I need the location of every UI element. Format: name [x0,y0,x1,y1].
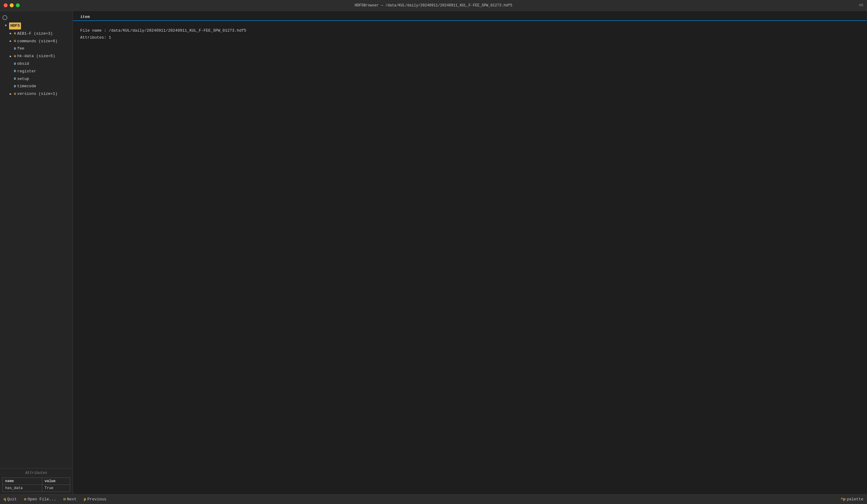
quit-key: q [4,497,6,502]
attr-row-has-data: has_data True [3,485,70,492]
commands-label: commands (size=6) [17,38,58,45]
quit-label: Quit [7,497,17,502]
attributes-table: name value has_data True [2,478,70,492]
status-quit[interactable]: q Quit [4,497,17,502]
window-title: HDF5Browser — /data/KUL/daily/20240911/2… [355,3,512,8]
attributes-panel: Attributes name value has_data True [0,468,73,494]
window-shortcut: ⌘6 [859,3,863,8]
versions-arrow: ▶ [10,92,14,97]
palette-shortcut: ^p [841,497,846,502]
content-tab-item[interactable]: item [78,13,92,21]
traffic-lights [4,3,20,7]
obsid-label: obsid [17,61,29,67]
open-key: o [24,497,26,502]
title-bar: HDF5Browser — /data/KUL/daily/20240911/2… [0,0,867,11]
root-arrow: ▼ [5,23,9,28]
palette-label: palette [847,497,863,502]
versions-label: versions (size=1) [17,91,58,97]
status-open[interactable]: o Open File... [24,497,56,502]
tree-item-fee[interactable]: ▶ D fee [0,45,73,53]
attr-col-value: value [42,478,70,485]
file-name-label: File name [80,28,101,33]
commands-type: G [14,39,16,44]
close-button[interactable] [4,3,8,7]
hk-data-arrow: ▶ [10,54,14,59]
attr-cell-name: has_data [3,485,42,492]
aeb1f-type: G [14,31,16,36]
file-name-separator: : [104,28,109,33]
content-body: File name : /data/KUL/daily/20240911/202… [73,21,867,494]
attr-cell-value: True [42,485,70,492]
previous-key: p [84,497,86,502]
tree-item-register[interactable]: ▶ D register [0,68,73,75]
sidebar: ▼ HDF5 ▶ G AEB1-F (size=3) ▶ G commands … [0,11,73,494]
aeb1f-arrow: ▶ [10,31,14,36]
tree-item-commands[interactable]: ▶ G commands (size=6) [0,38,73,45]
setup-type: D [14,76,16,82]
open-label: Open File... [28,497,56,502]
main-container: ▼ HDF5 ▶ G AEB1-F (size=3) ▶ G commands … [0,11,867,494]
file-name-value: /data/KUL/daily/20240911/20240911_KUL_F-… [109,28,246,33]
obsid-type: D [14,61,16,67]
content-tab-bar: item [73,11,867,21]
tree-item-versions[interactable]: ▶ G versions (size=1) [0,90,73,98]
timecode-label: timecode [17,83,36,90]
previous-label: Previous [87,497,106,502]
tree-item-aeb1f[interactable]: ▶ G AEB1-F (size=3) [0,30,73,38]
minimize-button[interactable] [10,3,14,7]
tree-item-root[interactable]: ▼ HDF5 [0,22,73,30]
attr-col-name: name [3,478,42,485]
tree-item-timecode[interactable]: ▶ D timecode [0,83,73,90]
tree-item-obsid[interactable]: ▶ D obsid [0,60,73,68]
register-type: D [14,69,16,74]
maximize-button[interactable] [16,3,20,7]
attributes-count: 1 [109,35,111,40]
attributes-panel-title: Attributes [2,471,70,475]
setup-label: setup [17,76,29,82]
hk-data-type: G [14,54,16,59]
status-bar: q Quit o Open File... n Next p Previous … [0,494,867,504]
search-icon [2,15,7,20]
sidebar-search[interactable] [0,13,73,22]
commands-arrow: ▶ [10,39,14,44]
fee-type: D [14,46,16,52]
file-name-line: File name : /data/KUL/daily/20240911/202… [80,27,860,34]
attributes-line: Attributes: 1 [80,34,860,41]
tree-item-hk-data[interactable]: ▶ G hk-data (size=5) [0,53,73,60]
fee-label: fee [17,46,24,52]
status-bar-right: ^p palette [841,497,863,502]
next-label: Next [67,497,76,502]
next-key: n [63,497,66,502]
tree-item-setup[interactable]: ▶ D setup [0,75,73,83]
sidebar-tree: ▼ HDF5 ▶ G AEB1-F (size=3) ▶ G commands … [0,11,73,468]
content-area: item File name : /data/KUL/daily/2024091… [73,11,867,494]
attributes-label: Attributes: [80,35,106,40]
versions-type: G [14,92,16,97]
aeb1f-label: AEB1-F (size=3) [17,31,53,37]
status-previous[interactable]: p Previous [84,497,106,502]
status-next[interactable]: n Next [63,497,76,502]
root-label: HDF5 [9,22,21,30]
hk-data-label: hk-data (size=5) [17,53,55,60]
register-label: register [17,68,36,75]
timecode-type: D [14,84,16,89]
